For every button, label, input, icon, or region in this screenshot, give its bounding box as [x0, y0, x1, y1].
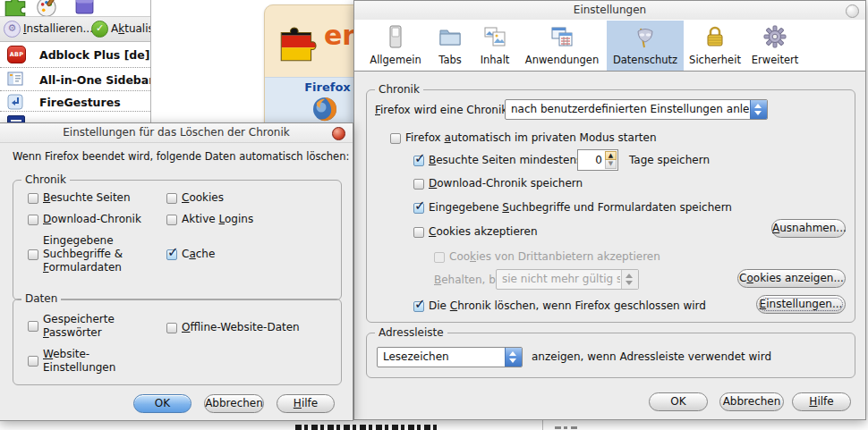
offline-data-checkbox[interactable] — [166, 323, 177, 333]
download-history-checkbox[interactable] — [413, 179, 424, 190]
clear-settings-button[interactable]: Einstellungen... — [756, 295, 846, 314]
settings-dialog: Einstellungen Allgemein Tabs Inhalt Anwe… — [353, 0, 866, 420]
visited-pages-label[interactable]: Besuchte Seiten mindestens — [429, 154, 582, 167]
form-data-label[interactable]: Eingegebene Suchbegriffe und Formulardat… — [429, 201, 732, 215]
site-preferences-checkbox[interactable] — [28, 356, 38, 367]
install-button[interactable]: Installieren... — [23, 22, 93, 36]
accept-cookies-checkbox[interactable] — [413, 227, 424, 238]
cookies-checkbox[interactable] — [166, 193, 177, 204]
dropdown-arrows-icon — [505, 348, 522, 367]
tab-allgemein[interactable]: Allgemein — [365, 21, 426, 71]
dialog-description: Wenn Firefox beendet wird, folgende Date… — [13, 150, 349, 164]
data-group-label: Daten — [21, 292, 61, 305]
screen: ⚙ Installieren... ✓ Aktualisi ABP Adbloc… — [0, 0, 868, 430]
history-mode-label: Firefox wird eine Chronik: — [375, 104, 511, 117]
sidebar-icon — [7, 71, 23, 89]
show-cookies-button[interactable]: Cookies anzeigen... — [737, 269, 846, 288]
saved-passwords-label[interactable]: Gespeicherte Passwörter — [43, 313, 115, 340]
panel-border — [150, 0, 151, 122]
clear-on-close-label[interactable]: Die Chronik löschen, wenn Firefox geschl… — [429, 299, 706, 313]
help-button[interactable]: Hilfe — [277, 394, 335, 413]
install-gear-icon: ⚙ — [4, 21, 21, 38]
list-item[interactable]: All-in-One Sidebar [de — [39, 73, 151, 87]
close-button[interactable] — [332, 127, 345, 140]
history-group-label: Chronik — [375, 83, 423, 96]
exceptions-button[interactable]: Ausnahmen... — [771, 219, 846, 238]
clear-history-titlebar[interactable]: Einstellungen für das Löschen der Chroni… — [0, 123, 353, 143]
row-divider — [0, 67, 150, 68]
tab-label: Anwendungen — [525, 54, 599, 66]
private-mode-label[interactable]: Firefox automatisch im privaten Modus st… — [405, 131, 657, 145]
addressbar-suffix-label: anzeigen, wenn Adressleiste verwendet wi… — [532, 350, 771, 364]
active-logins-checkbox[interactable] — [166, 215, 177, 225]
tab-tabs[interactable]: Tabs — [431, 21, 469, 71]
history-mode-dropdown[interactable]: nach benutzerdefinierten Einstellungen a… — [505, 99, 768, 120]
gesture-arrow-icon — [7, 94, 23, 113]
list-item[interactable]: Adblock Plus [de] — [39, 48, 150, 62]
site-preferences-label[interactable]: Website- Einstellungen — [43, 348, 115, 375]
cache-label[interactable]: Cache — [182, 248, 215, 261]
ok-button[interactable]: OK — [133, 394, 191, 413]
tab-sicherheit[interactable]: Sicherheit — [687, 21, 743, 71]
third-party-cookies-label: Cookies von Drittanbietern akzeptieren — [449, 250, 660, 264]
tab-erweitert[interactable]: Erweitert — [748, 21, 802, 71]
tab-datenschutz[interactable]: Datenschutz — [607, 21, 684, 71]
row-divider — [0, 90, 150, 91]
tab-label: Datenschutz — [613, 54, 677, 66]
addressbar-dropdown[interactable]: Lesezeichen — [377, 347, 523, 367]
page-divider-line — [542, 420, 543, 430]
offline-data-label[interactable]: Offline-Website-Daten — [182, 321, 300, 334]
days-number-input[interactable]: 0 ▲ ▼ — [577, 149, 618, 171]
tab-inhalt[interactable]: Inhalt — [472, 21, 517, 71]
tab-anwendungen[interactable]: Anwendungen — [521, 21, 603, 71]
cancel-button[interactable]: Abbrechen — [719, 392, 784, 411]
images-icon — [483, 25, 506, 51]
light-switch-icon — [384, 25, 407, 51]
cache-checkbox[interactable] — [166, 249, 177, 260]
clear-history-dialog-title: Einstellungen für das Löschen der Chroni… — [63, 126, 289, 139]
dropdown-arrows-icon — [621, 270, 638, 289]
spinner-up-icon[interactable]: ▲ — [605, 151, 617, 160]
firefox-logo-icon — [311, 96, 338, 125]
saved-passwords-checkbox[interactable] — [28, 321, 38, 332]
third-party-cookies-checkbox[interactable] — [434, 252, 445, 263]
visited-pages-checkbox[interactable] — [413, 156, 424, 166]
spinner-down-icon[interactable]: ▼ — [605, 160, 617, 169]
list-item[interactable]: FireGestures — [39, 96, 121, 109]
addon-icon-partial — [7, 115, 25, 122]
download-history-label[interactable]: Download-Chronik — [43, 213, 141, 226]
update-button[interactable]: Aktualisi — [111, 22, 151, 36]
download-history-label[interactable]: Download-Chronik speichern — [429, 177, 583, 190]
download-history-checkbox[interactable] — [28, 215, 38, 225]
dropdown-value: sie nicht mehr gültig sind — [502, 273, 620, 285]
plugins-icon[interactable] — [73, 0, 96, 18]
tab-label: Sicherheit — [689, 54, 741, 66]
form-data-checkbox[interactable] — [28, 249, 38, 260]
dropdown-value: Lesezeichen — [383, 350, 504, 363]
visited-pages-label[interactable]: Besuchte Seiten — [43, 191, 131, 205]
accept-cookies-label[interactable]: Cookies akzeptieren — [429, 225, 538, 239]
cancel-button[interactable]: Abbrechen — [204, 394, 264, 413]
tab-label: Tabs — [438, 54, 461, 66]
mask-icon — [634, 25, 657, 51]
gear-icon — [763, 25, 787, 51]
settings-titlebar[interactable]: Einstellungen — [354, 1, 865, 21]
addon-title-fragment: er — [324, 20, 355, 51]
window-button[interactable] — [846, 4, 859, 18]
visited-pages-checkbox[interactable] — [28, 193, 38, 204]
private-mode-checkbox[interactable] — [390, 133, 401, 144]
form-data-checkbox[interactable] — [413, 203, 424, 214]
folder-icon — [438, 25, 462, 51]
history-group-label: Chronik — [21, 173, 70, 186]
active-logins-label[interactable]: Aktive Logins — [182, 213, 253, 226]
keep-until-dropdown[interactable]: sie nicht mehr gültig sind — [496, 269, 639, 290]
addons-panel: ⚙ Installieren... ✓ Aktualisi ABP Adbloc… — [0, 0, 151, 122]
help-button[interactable]: Hilfe — [792, 392, 851, 411]
dropdown-arrows-icon — [750, 100, 767, 119]
cookies-label[interactable]: Cookies — [182, 191, 224, 205]
form-data-label[interactable]: Eingegebene Suchbegriffe & Formulardaten — [43, 234, 123, 274]
tab-label: Inhalt — [481, 54, 510, 66]
clear-on-close-checkbox[interactable] — [413, 301, 424, 312]
ok-button[interactable]: OK — [649, 392, 708, 411]
tab-label: Allgemein — [370, 54, 421, 66]
